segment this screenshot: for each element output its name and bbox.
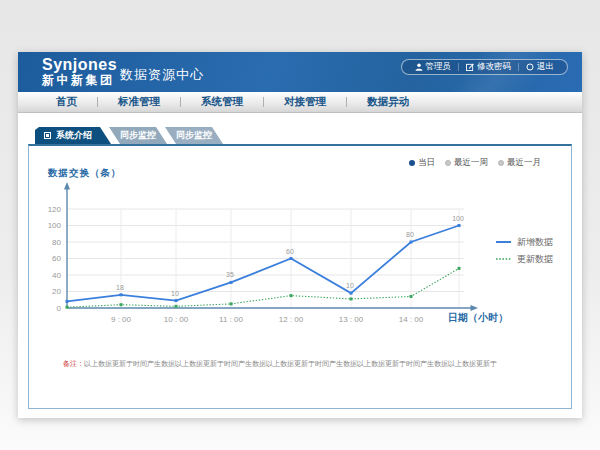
edit-icon xyxy=(466,63,474,71)
main-nav: 首页 标准管理 系统管理 对接管理 数据异动 xyxy=(18,92,582,113)
logout-icon xyxy=(526,63,534,71)
nav-item-home[interactable]: 首页 xyxy=(36,95,97,109)
radio-unselected-icon xyxy=(445,160,451,166)
nav-item-integration[interactable]: 对接管理 xyxy=(264,95,346,109)
svg-text:100: 100 xyxy=(452,215,464,222)
company-logo: Synjones 新中新集团 xyxy=(42,56,117,88)
svg-text:10 : 00: 10 : 00 xyxy=(164,315,189,324)
svg-text:0: 0 xyxy=(57,304,62,313)
user-icon xyxy=(415,63,423,71)
tab-sync-monitor-1[interactable]: 同步监控 xyxy=(109,127,167,144)
radio-last-month[interactable]: 最近一月 xyxy=(498,157,541,169)
svg-text:35: 35 xyxy=(226,271,234,278)
svg-text:18: 18 xyxy=(116,284,124,291)
content-panel: 当日 最近一周 最近一月 数据交换（条） 0204060801001209 : … xyxy=(28,144,572,409)
app-window: Synjones 新中新集团 数据资源中心 管理员 修改密码 xyxy=(18,52,582,418)
svg-text:40: 40 xyxy=(52,271,61,280)
user-menu-change-password[interactable]: 修改密码 xyxy=(459,61,518,73)
user-menu: 管理员 修改密码 退出 xyxy=(401,59,569,75)
app-header: Synjones 新中新集团 数据资源中心 管理员 修改密码 xyxy=(18,52,582,92)
radio-today[interactable]: 当日 xyxy=(409,157,435,169)
svg-text:11 : 00: 11 : 00 xyxy=(219,315,243,324)
svg-text:20: 20 xyxy=(52,287,61,296)
divider xyxy=(518,63,519,71)
divider xyxy=(458,63,459,71)
logo-text-cn: 新中新集团 xyxy=(42,73,117,88)
svg-text:100: 100 xyxy=(48,221,62,230)
svg-text:10: 10 xyxy=(346,282,354,289)
radio-unselected-icon xyxy=(498,160,504,166)
footer-note: 备注：以上数据更新于时间产生数据以上数据更新于时间产生数据以上数据更新于时间产生… xyxy=(63,359,497,369)
svg-text:14 : 00: 14 : 00 xyxy=(399,315,424,324)
document-icon xyxy=(44,132,51,139)
user-menu-admin[interactable]: 管理员 xyxy=(408,61,459,73)
legend-item-updated-data: 更新数据 xyxy=(496,253,553,265)
tab-sync-monitor-2[interactable]: 同步监控 xyxy=(165,127,223,144)
legend-item-new-data: 新增数据 xyxy=(496,236,553,248)
svg-text:80: 80 xyxy=(52,238,61,247)
chart-legend: 新增数据 更新数据 xyxy=(496,236,553,270)
svg-text:80: 80 xyxy=(406,231,414,238)
line-chart: 0204060801001209 : 0010 : 0011 : 0012 : … xyxy=(39,176,489,340)
tab-system-intro[interactable]: 系统介绍 xyxy=(35,127,111,144)
nav-item-data-changes[interactable]: 数据异动 xyxy=(347,95,429,109)
svg-text:10: 10 xyxy=(171,290,179,297)
nav-item-system[interactable]: 系统管理 xyxy=(181,95,263,109)
time-range-filter: 当日 最近一周 最近一月 xyxy=(409,157,541,169)
svg-text:9 : 00: 9 : 00 xyxy=(111,315,132,324)
note-text: 以上数据更新于时间产生数据以上数据更新于时间产生数据以上数据更新于时间产生数据以… xyxy=(84,360,497,367)
radio-last-week[interactable]: 最近一周 xyxy=(445,157,488,169)
svg-text:60: 60 xyxy=(286,248,294,255)
svg-text:60: 60 xyxy=(52,254,61,263)
chart-x-axis-title: 日期（小时） xyxy=(448,311,508,325)
tab-bar: 系统介绍 同步监控 同步监控 xyxy=(35,127,223,144)
note-label: 备注： xyxy=(63,360,84,367)
user-menu-logout[interactable]: 退出 xyxy=(519,61,561,73)
svg-text:120: 120 xyxy=(48,205,62,214)
svg-text:12 : 00: 12 : 00 xyxy=(279,315,304,324)
page-title: 数据资源中心 xyxy=(120,66,204,84)
logo-text-en: Synjones xyxy=(42,56,117,73)
nav-item-standards[interactable]: 标准管理 xyxy=(98,95,180,109)
svg-text:13 : 00: 13 : 00 xyxy=(339,315,364,324)
radio-selected-icon xyxy=(409,160,415,166)
